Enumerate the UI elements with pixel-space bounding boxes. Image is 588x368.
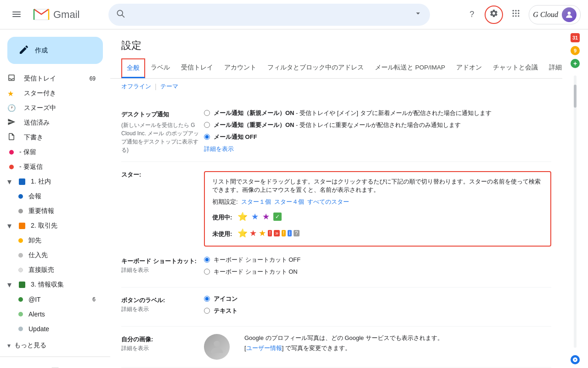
in-use-star-3[interactable]: ★ (262, 212, 270, 222)
notification-important-radio[interactable] (204, 122, 210, 128)
keyboard-off-radio[interactable] (204, 257, 210, 263)
apps-button[interactable] (507, 6, 525, 24)
sidebar-item-starred[interactable]: ★ スター付き (0, 86, 103, 101)
profile-detail-link[interactable]: 詳細を表示 (121, 345, 149, 351)
tab-chat[interactable]: チャットと会議 (487, 58, 543, 79)
company-label: 1. 社内 (31, 178, 51, 186)
scrollbar-thumb[interactable] (574, 85, 577, 108)
not-in-use-3[interactable]: ★ (259, 228, 266, 238)
sidebar: 作成 受信トレイ 69 ★ スター付き 🕐 スヌーズ中 送信済み (0, 29, 110, 368)
update-dot (18, 327, 23, 331)
preset-allstar[interactable]: すべてのスター (307, 198, 349, 205)
sidebar-more[interactable]: ▾ もっと見る (0, 338, 103, 353)
not-in-use-8[interactable]: ? (294, 230, 300, 236)
info-expand-icon[interactable]: ▾ (7, 280, 11, 290)
sidebar-item-sent[interactable]: 送信済み (0, 115, 103, 130)
not-in-use-1[interactable]: ⭐ (237, 228, 248, 238)
button-text-radio[interactable] (204, 308, 210, 314)
tab-filters[interactable]: フィルタとブロック中のアドレス (262, 58, 369, 79)
keyboard-on-radio[interactable] (204, 269, 210, 275)
tab-general[interactable]: 全般 (121, 58, 145, 78)
contacts-button[interactable] (14, 362, 33, 368)
notification-detail-link[interactable]: 詳細を表示 (204, 145, 234, 152)
tab-account[interactable]: アカウント (219, 58, 262, 79)
sidebar-item-important-info[interactable]: 重要情報 (0, 204, 103, 218)
gutter-badge-bottom[interactable] (571, 355, 580, 364)
search-bar (108, 4, 430, 26)
button-labels-detail-link[interactable]: 詳細を表示 (121, 306, 149, 312)
sidebar-item-meeting[interactable]: 会報 (0, 189, 103, 204)
right-gutter: 31 9 + (562, 29, 588, 368)
in-use-star-4[interactable]: ✓ (273, 213, 282, 221)
tab-inbox[interactable]: 受信トレイ (175, 58, 219, 79)
in-use-star-1[interactable]: ⭐ (237, 212, 248, 222)
clients-label: 2. 取引先 (31, 222, 57, 230)
search-dropdown-icon[interactable] (413, 9, 423, 20)
svg-point-11 (513, 15, 514, 17)
notification-new-label: メール通知（新規メール）ON - 受信トレイや [メイン] タブに新着メールが配… (214, 109, 492, 117)
settings-content: 設定 全般 ラベル 受信トレイ アカウント フィルタとブロック中のアドレス メー… (110, 29, 562, 368)
sidebar-bottom (0, 356, 110, 368)
not-in-use-5[interactable]: » (274, 230, 280, 236)
sidebar-item-inbox[interactable]: 受信トレイ 69 (0, 71, 103, 86)
profile-user-info-link[interactable]: ユーザー情報 (246, 345, 282, 351)
sidebar-item-update[interactable]: Update (0, 322, 103, 336)
topbar-left: Gmail (7, 6, 108, 24)
phone-button[interactable] (78, 362, 96, 368)
chat-button[interactable] (46, 362, 64, 368)
sidebar-item-snoozed[interactable]: 🕐 スヌーズ中 (0, 101, 103, 115)
help-button[interactable]: ? (463, 6, 481, 24)
settings-button[interactable] (485, 6, 503, 24)
sidebar-item-company[interactable]: ▾ 1. 社内 (0, 174, 103, 189)
sidebar-item-drafts[interactable]: 下書き (0, 130, 103, 145)
help-icon: ? (469, 10, 474, 19)
account-button[interactable]: G Cloud (529, 5, 581, 24)
sidebar-item-alerts[interactable]: Alerts (0, 307, 103, 322)
button-labels-content: アイコン テキスト (204, 295, 551, 319)
preset-label: 初期設定: (212, 198, 238, 205)
not-in-use-2[interactable]: ★ (249, 228, 257, 238)
sidebar-item-needs-reply[interactable]: - 要返信 (0, 160, 103, 174)
button-icon-radio[interactable] (204, 296, 210, 302)
gutter-badge-calendar[interactable]: 31 (571, 33, 580, 42)
not-in-use-7[interactable]: i (288, 230, 292, 236)
clients-expand-icon[interactable]: ▾ (7, 221, 11, 231)
in-use-star-2[interactable]: ★ (251, 212, 259, 222)
tab-labels[interactable]: ラベル (145, 58, 175, 79)
notification-important-label: メール通知（重要メール）ON - 受信トレイに重要なメールが配信された場合のみ通… (214, 121, 461, 129)
subtab-theme[interactable]: テーマ (160, 82, 178, 91)
sidebar-item-clients[interactable]: ▾ 2. 取引先 (0, 218, 103, 233)
search-input[interactable] (130, 11, 413, 19)
tab-addons[interactable]: アドオン (451, 58, 487, 79)
subtab-offline[interactable]: オフライン (121, 82, 151, 91)
company-expand-icon[interactable]: ▾ (7, 177, 11, 187)
sidebar-item-supplier[interactable]: 仕入先 (0, 248, 103, 263)
preset-1star[interactable]: スター１個 (241, 198, 271, 205)
preset-4star[interactable]: スター４個 (274, 198, 304, 205)
notification-new-radio[interactable] (204, 110, 210, 116)
settings-icon (489, 9, 498, 20)
sidebar-item-at-it[interactable]: @IT 6 (0, 292, 103, 307)
desktop-notification-row: デスクトップ通知 (新しいメールを受信したら G Cloud Inc. メール … (121, 102, 551, 162)
compose-button[interactable]: 作成 (7, 37, 103, 64)
hamburger-button[interactable] (7, 6, 26, 24)
gutter-badge-tasks[interactable]: 9 (571, 46, 580, 55)
at-it-count: 6 (92, 296, 96, 303)
clients-dot (19, 223, 25, 229)
keyboard-detail-link[interactable]: 詳細を表示 (121, 267, 149, 273)
sidebar-item-info[interactable]: ▾ 3. 情報収集 (0, 277, 103, 292)
notification-off-label: メール通知 OFF (214, 133, 257, 141)
sidebar-item-reserved[interactable]: - 保留 (0, 145, 103, 160)
not-in-use-6[interactable]: ! (282, 230, 286, 236)
notification-off-radio[interactable] (204, 134, 210, 140)
svg-rect-1 (12, 14, 21, 15)
tab-advanced[interactable]: 詳細 (543, 58, 562, 79)
tab-forwarding[interactable]: メール転送と POP/IMAP (369, 58, 451, 79)
not-in-use-4[interactable]: ! (268, 230, 272, 236)
inbox-label: 受信トレイ (24, 75, 90, 83)
notification-option-off: メール通知 OFF (204, 133, 551, 141)
sidebar-item-direct[interactable]: 直接販売 (0, 263, 103, 277)
meeting-label: 会報 (28, 192, 41, 201)
sidebar-item-customer[interactable]: 卸先 (0, 233, 103, 248)
gutter-badge-meet[interactable]: + (571, 59, 580, 68)
